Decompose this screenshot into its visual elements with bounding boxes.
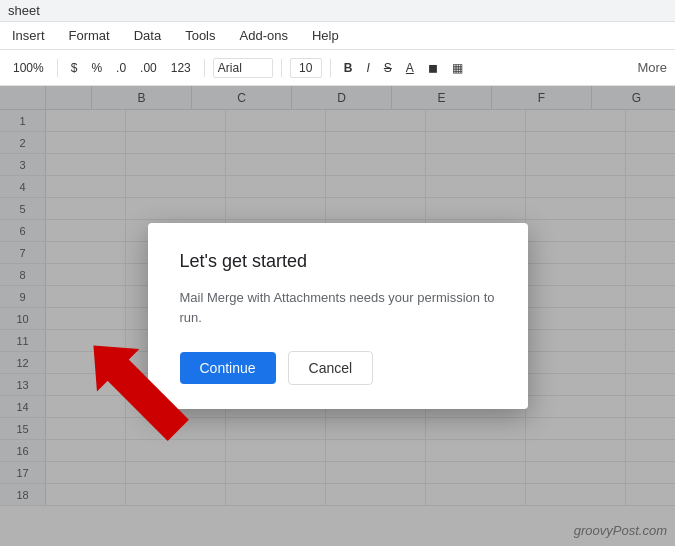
dialog-title: Let's get started: [180, 251, 496, 272]
toolbar-font-size[interactable]: 10: [290, 58, 322, 78]
continue-button[interactable]: Continue: [180, 352, 276, 384]
menu-format[interactable]: Format: [65, 26, 114, 45]
toolbar-divider-4: [330, 59, 331, 77]
cancel-button[interactable]: Cancel: [288, 351, 374, 385]
toolbar-bold[interactable]: B: [339, 59, 358, 77]
toolbar-strikethrough[interactable]: S: [379, 59, 397, 77]
toolbar-font[interactable]: Arial: [213, 58, 273, 78]
menu-insert[interactable]: Insert: [8, 26, 49, 45]
toolbar-more[interactable]: More: [637, 60, 667, 75]
menu-help[interactable]: Help: [308, 26, 343, 45]
toolbar-divider-2: [204, 59, 205, 77]
title-bar: sheet: [0, 0, 675, 22]
title-text: sheet: [8, 3, 40, 18]
sheet-container: B C D E F G H 1 2: [0, 86, 675, 546]
dialog-body: Mail Merge with Attachments needs your p…: [180, 288, 496, 327]
dialog-overlay: Let's get started Mail Merge with Attach…: [0, 86, 675, 546]
dialog-buttons: Continue Cancel: [180, 351, 496, 385]
toolbar-underline-A[interactable]: A: [401, 59, 419, 77]
menu-bar: Insert Format Data Tools Add-ons Help: [0, 22, 675, 50]
toolbar-percent[interactable]: %: [86, 59, 107, 77]
menu-data[interactable]: Data: [130, 26, 165, 45]
toolbar-italic[interactable]: I: [361, 59, 374, 77]
toolbar-currency[interactable]: $: [66, 59, 83, 77]
toolbar-decimal1[interactable]: .0: [111, 59, 131, 77]
toolbar-borders[interactable]: ▦: [447, 59, 468, 77]
toolbar: 100% $ % .0 .00 123 Arial 10 B I S A ◼ ▦…: [0, 50, 675, 86]
menu-addons[interactable]: Add-ons: [236, 26, 292, 45]
menu-tools[interactable]: Tools: [181, 26, 219, 45]
toolbar-divider-3: [281, 59, 282, 77]
toolbar-fill-color[interactable]: ◼: [423, 59, 443, 77]
toolbar-zoom[interactable]: 100%: [8, 59, 49, 77]
dialog: Let's get started Mail Merge with Attach…: [148, 223, 528, 409]
toolbar-number-format[interactable]: 123: [166, 59, 196, 77]
toolbar-decimal2[interactable]: .00: [135, 59, 162, 77]
toolbar-divider-1: [57, 59, 58, 77]
